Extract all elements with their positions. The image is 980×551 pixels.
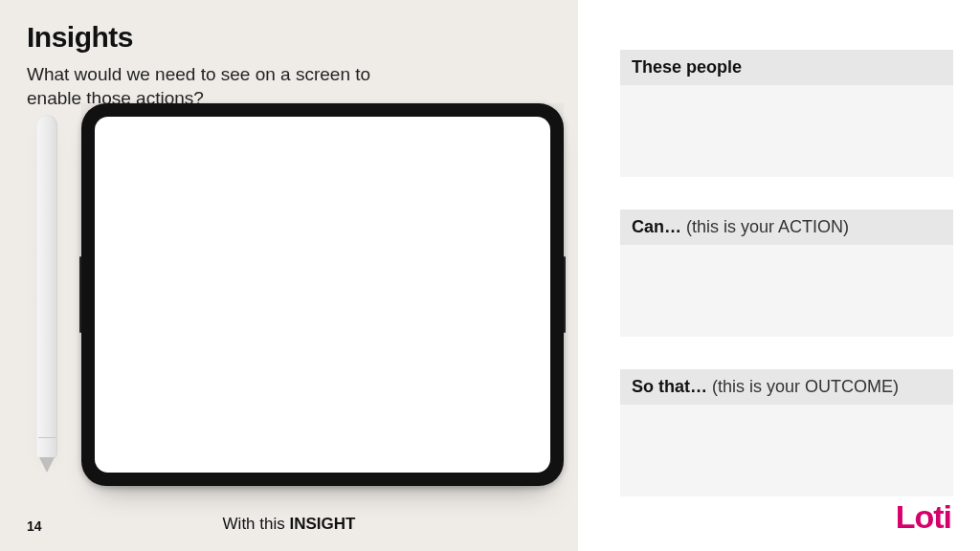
tablet-illustration <box>81 103 564 486</box>
section-header-hint: (this is your ACTION) <box>686 217 849 236</box>
section-header: Can… (this is your ACTION) <box>620 209 953 245</box>
tablet-wrap <box>81 103 564 486</box>
section-header: These people <box>620 50 953 85</box>
section-body <box>620 245 953 337</box>
section-these-people: These people <box>620 50 953 177</box>
stylus-illustration <box>36 115 57 459</box>
right-panel: These people Can… (this is your ACTION) … <box>578 0 980 551</box>
footer-caption: With this INSIGHT <box>0 515 578 534</box>
page-title: Insights <box>27 21 578 54</box>
section-body <box>620 85 953 177</box>
section-header: So that… (this is your OUTCOME) <box>620 369 953 405</box>
section-header-hint: (this is your OUTCOME) <box>712 377 899 396</box>
left-panel: Insights What would we need to see on a … <box>0 0 578 551</box>
section-body <box>620 405 953 496</box>
footer-prefix: With this <box>223 515 290 533</box>
section-so-that: So that… (this is your OUTCOME) <box>620 369 953 496</box>
slide: Insights What would we need to see on a … <box>0 0 980 551</box>
section-header-bold: These people <box>632 57 742 77</box>
section-header-bold: Can… <box>632 217 686 236</box>
brand-logo: Loti <box>896 498 951 536</box>
section-can: Can… (this is your ACTION) <box>620 209 953 337</box>
section-header-bold: So that… <box>632 377 712 396</box>
footer-bold: INSIGHT <box>289 515 355 533</box>
